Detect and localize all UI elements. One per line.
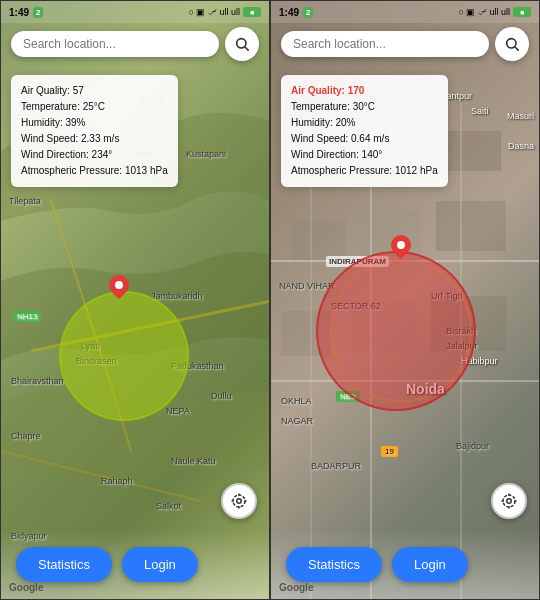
- map-label-badarpur: BADARPUR: [311, 461, 361, 471]
- search-button-left[interactable]: [225, 27, 259, 61]
- right-air-quality: Air Quality: 170: [291, 83, 438, 99]
- map-label-dasna: Dasna: [508, 141, 534, 151]
- map-label-salkot: Salkot: [156, 501, 181, 511]
- left-phone-panel: Pipalkot Marta Singasain Bisalla Tilepat…: [0, 0, 270, 600]
- status-time-right: 1:49 2: [279, 7, 313, 18]
- svg-rect-9: [441, 131, 501, 171]
- search-input-right[interactable]: [293, 37, 477, 51]
- right-wind-direction: Wind Direction: 140°: [291, 147, 438, 163]
- status-time-left: 1:49 2: [9, 7, 43, 18]
- right-search-bar: [281, 27, 529, 61]
- map-label-nh13: NH13: [13, 311, 41, 322]
- map-label-bhairav: Bhairavsthan: [11, 376, 64, 386]
- search-wrapper-left[interactable]: [11, 31, 219, 57]
- search-button-right[interactable]: [495, 27, 529, 61]
- map-label-okhla: OKHLA: [281, 396, 312, 406]
- svg-point-5: [233, 495, 245, 507]
- time-label: 1:49: [9, 7, 29, 18]
- map-label-nepa: NEPA: [166, 406, 190, 416]
- left-google-logo: Google: [9, 582, 43, 593]
- svg-line-3: [245, 47, 249, 51]
- left-wind-direction: Wind Direction: 234°: [21, 147, 168, 163]
- left-info-card: Air Quality: 57 Temperature: 25°C Humidi…: [11, 75, 178, 187]
- map-label-rahaph: Rahaph: [101, 476, 133, 486]
- right-statistics-button[interactable]: Statistics: [286, 547, 382, 582]
- right-wind-speed: Wind Speed: 0.64 m/s: [291, 131, 438, 147]
- left-statistics-button[interactable]: Statistics: [16, 547, 112, 582]
- left-status-bar: 1:49 2 ○ ▣ ⍻ ull ull ■: [1, 1, 269, 23]
- right-air-circle: [316, 251, 476, 411]
- right-map-pin: [391, 235, 411, 255]
- search-wrapper-right[interactable]: [281, 31, 489, 57]
- left-search-bar: [11, 27, 259, 61]
- left-temperature: Temperature: 25°C: [21, 99, 168, 115]
- left-atmospheric-pressure: Atmospheric Pressure: 1013 hPa: [21, 163, 168, 179]
- map-label-chapre: Chapre: [11, 431, 41, 441]
- status-icons-left: ○ ▣ ⍻ ull ull ■: [189, 7, 261, 17]
- right-status-bar: 1:49 2 ○ ▣ ⍻ ull ull ■: [271, 1, 539, 23]
- map-label-nagar: NAGAR: [281, 416, 313, 426]
- right-login-button[interactable]: Login: [392, 547, 468, 582]
- map-label-dullu: Dullu: [211, 391, 232, 401]
- left-location-btn[interactable]: [221, 483, 257, 519]
- map-label-saiti: Saiti: [471, 106, 489, 116]
- time-label-right: 1:49: [279, 7, 299, 18]
- svg-point-2: [237, 39, 246, 48]
- battery-icon: ■: [243, 7, 261, 17]
- svg-line-23: [515, 47, 519, 51]
- status-icons-right: ○ ▣ ⍻ ull ull ■: [459, 7, 531, 17]
- svg-point-24: [507, 499, 512, 504]
- right-humidity: Humidity: 20%: [291, 115, 438, 131]
- battery-badge: 2: [33, 7, 43, 18]
- svg-rect-10: [291, 221, 346, 261]
- map-label-bajidpur: Bajidpur: [456, 441, 489, 451]
- left-air-quality: Air Quality: 57: [21, 83, 168, 99]
- signal-icons-right: ○ ▣ ⍻ ull ull: [459, 7, 510, 17]
- left-login-button[interactable]: Login: [122, 547, 198, 582]
- svg-point-4: [237, 499, 242, 504]
- map-label-19: 19: [381, 446, 398, 457]
- right-atmospheric-pressure: Atmospheric Pressure: 1012 hPa: [291, 163, 438, 179]
- search-input-left[interactable]: [23, 37, 207, 51]
- right-location-btn[interactable]: [491, 483, 527, 519]
- right-google-logo: Google: [279, 582, 313, 593]
- map-label-jambu: Jambukaridh: [151, 291, 203, 301]
- signal-icons: ○ ▣ ⍻ ull ull: [189, 7, 240, 17]
- map-label-kustapani: Kustapani: [186, 149, 226, 159]
- svg-point-22: [507, 39, 516, 48]
- left-air-circle: [59, 291, 189, 421]
- svg-point-25: [503, 495, 515, 507]
- right-info-card: Air Quality: 170 Temperature: 30°C Humid…: [281, 75, 448, 187]
- map-label-masuri: Masuri: [507, 111, 534, 121]
- svg-rect-12: [436, 201, 506, 251]
- map-label-tilepata: Tilepata: [9, 196, 41, 206]
- left-wind-speed: Wind Speed: 2.33 m/s: [21, 131, 168, 147]
- battery-badge-right: 2: [303, 7, 313, 18]
- map-label-naulekatu: Naule Katu: [171, 456, 216, 466]
- right-temperature: Temperature: 30°C: [291, 99, 438, 115]
- right-phone-panel: Basantpur Saiti Masuri Dasna INDIRAPURAM…: [270, 0, 540, 600]
- left-map-pin: [109, 275, 129, 295]
- battery-icon-right: ■: [513, 7, 531, 17]
- left-humidity: Humidity: 39%: [21, 115, 168, 131]
